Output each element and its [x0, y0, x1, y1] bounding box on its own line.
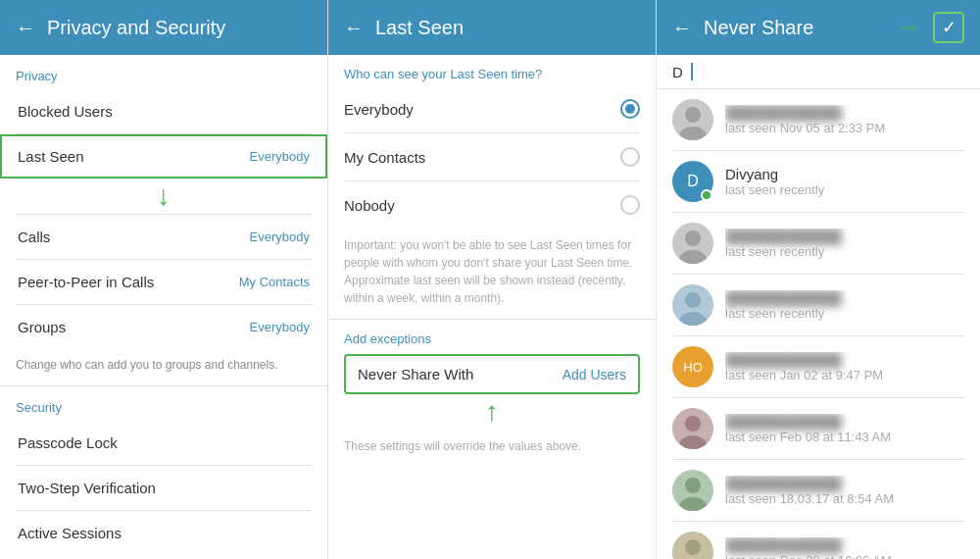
my-contacts-radio[interactable]	[620, 147, 640, 167]
panel3-arrow-right-icon: →	[894, 12, 921, 43]
security-section-label: Security	[0, 386, 327, 421]
groups-item[interactable]: Groups Everybody	[0, 305, 327, 349]
user-status: last seen Dec 28 at 10:06 AM	[725, 553, 964, 560]
blocked-users-item[interactable]: Blocked Users	[0, 89, 327, 133]
user-info: ████████████ last seen recently	[725, 290, 964, 321]
avatar: HO	[672, 346, 713, 387]
svg-point-13	[685, 478, 701, 493]
two-step-item[interactable]: Two-Step Verification	[0, 466, 327, 510]
up-arrow-icon: ↑	[485, 396, 499, 428]
user-item[interactable]: ████████████ last seen recently	[657, 275, 980, 335]
online-indicator	[701, 189, 712, 201]
user-name: ████████████	[725, 229, 964, 244]
active-sessions-item[interactable]: Active Sessions	[0, 511, 327, 555]
my-contacts-option[interactable]: My Contacts	[328, 133, 656, 180]
user-name: ████████████	[725, 537, 964, 553]
user-info: ████████████ last seen Feb 08 at 11:43 A…	[725, 414, 964, 444]
svg-point-10	[685, 416, 701, 432]
privacy-section-label: Privacy	[0, 55, 327, 89]
panel1-header: ← Privacy and Security	[0, 0, 327, 55]
up-arrow-container: ↑	[328, 394, 656, 430]
panel-privacy-security: ← Privacy and Security Privacy Blocked U…	[0, 0, 328, 559]
user-list: ████████████ last seen Nov 05 at 2:33 PM…	[657, 89, 980, 559]
svg-point-1	[685, 107, 701, 123]
panel3-back-icon[interactable]: ←	[672, 17, 692, 39]
avatar	[672, 99, 713, 140]
search-bar: D	[657, 55, 980, 89]
never-share-box: Never Share With Add Users	[344, 354, 640, 394]
sessions-info: Control your sessions on other devices.	[0, 555, 327, 559]
user-name: Divyang	[725, 166, 964, 182]
user-item[interactable]: ████████████ last seen 18.03.17 at 8:54 …	[657, 460, 980, 521]
avatar	[672, 470, 713, 511]
user-info: ████████████ last seen Dec 28 at 10:06 A…	[725, 537, 964, 560]
user-status: last seen recently	[725, 182, 964, 197]
panel2-header: ← Last Seen	[328, 0, 656, 55]
user-name: ████████████	[725, 414, 964, 430]
panel2-title: Last Seen	[375, 17, 464, 39]
panel1-content: Privacy Blocked Users Last Seen Everybod…	[0, 55, 327, 559]
passcode-lock-item[interactable]: Passcode Lock	[0, 421, 327, 465]
user-info: ████████████ last seen Jan 02 at 9:47 PM	[725, 352, 964, 382]
user-info: ████████████ last seen recently	[725, 229, 964, 259]
user-info: Divyang last seen recently	[725, 166, 964, 197]
nobody-radio[interactable]	[620, 195, 640, 215]
avatar	[672, 284, 713, 326]
panel-last-seen: ← Last Seen Who can see your Last Seen t…	[328, 0, 657, 559]
user-name: ████████████	[725, 352, 964, 368]
override-text: These settings will override the values …	[328, 430, 656, 463]
cursor	[691, 63, 693, 80]
calls-item[interactable]: Calls Everybody	[0, 215, 327, 259]
panel2-back-icon[interactable]: ←	[344, 17, 364, 39]
confirm-button[interactable]: ✓	[933, 12, 964, 43]
svg-point-16	[685, 539, 701, 555]
avatar	[672, 408, 713, 449]
user-item[interactable]: ████████████ last seen Nov 05 at 2:33 PM	[657, 89, 980, 150]
nobody-option[interactable]: Nobody	[328, 181, 656, 229]
user-name: ████████████	[725, 290, 964, 306]
down-arrow-container: ↓	[0, 178, 327, 214]
who-question: Who can see your Last Seen time?	[328, 55, 656, 85]
add-exceptions-label: Add exceptions	[328, 320, 656, 354]
user-name: ████████████	[725, 105, 964, 121]
user-status: last seen recently	[725, 306, 964, 321]
panel2-content: Who can see your Last Seen time? Everybo…	[328, 55, 656, 559]
add-users-button[interactable]: Add Users	[563, 367, 626, 382]
user-item[interactable]: ████████████ last seen recently	[657, 213, 980, 274]
down-arrow-icon: ↓	[157, 180, 171, 212]
panel-never-share: ← Never Share → ✓ D ████████	[657, 0, 980, 559]
svg-point-7	[685, 292, 701, 308]
avatar	[672, 223, 713, 264]
user-info: ████████████ last seen Nov 05 at 2:33 PM	[725, 105, 964, 135]
user-name: ████████████	[725, 476, 964, 491]
panel3-content: ████████████ last seen Nov 05 at 2:33 PM…	[657, 89, 980, 559]
avatar: D	[672, 161, 713, 202]
panel1-back-icon[interactable]: ←	[16, 17, 35, 39]
peer-to-peer-item[interactable]: Peer-to-Peer in Calls My Contacts	[0, 260, 327, 304]
svg-point-4	[685, 230, 701, 246]
panel1-title: Privacy and Security	[47, 17, 225, 39]
important-note: Important: you won't be able to see Last…	[328, 229, 656, 319]
user-item[interactable]: D Divyang last seen recently	[657, 151, 980, 212]
last-seen-item[interactable]: Last Seen Everybody	[0, 134, 327, 178]
user-status: last seen recently	[725, 244, 964, 259]
user-info: ████████████ last seen 18.03.17 at 8:54 …	[725, 476, 964, 506]
search-letter-d: D	[672, 64, 683, 80]
user-item[interactable]: HO ████████████ last seen Jan 02 at 9:47…	[657, 336, 980, 397]
user-item[interactable]: ████████████ last seen Feb 08 at 11:43 A…	[657, 398, 980, 459]
panel3-title: Never Share	[704, 17, 882, 39]
user-status: last seen Feb 08 at 11:43 AM	[725, 430, 964, 444]
everybody-option[interactable]: Everybody	[328, 85, 656, 132]
user-item[interactable]: ████████████ last seen Dec 28 at 10:06 A…	[657, 522, 980, 559]
panel3-header: ← Never Share → ✓	[657, 0, 980, 55]
user-status: last seen Nov 05 at 2:33 PM	[725, 121, 964, 135]
user-status: last seen Jan 02 at 9:47 PM	[725, 368, 964, 382]
groups-info: Change who can add you to groups and cha…	[0, 349, 327, 385]
user-status: last seen 18.03.17 at 8:54 AM	[725, 491, 964, 506]
avatar	[672, 532, 713, 559]
everybody-radio[interactable]	[620, 99, 640, 119]
